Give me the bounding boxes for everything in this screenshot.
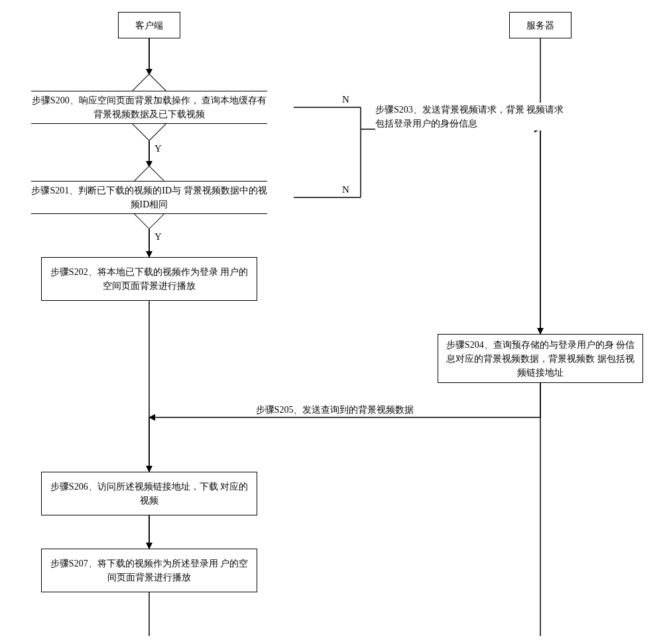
lane-header-server: 服务器 — [509, 12, 572, 38]
process-s204: 步骤S204、查询预存储的与登录用户的身 份信息对应的背景视频数据，背景视频数 … — [438, 334, 643, 383]
process-s202: 步骤S202、将本地已下载的视频作为登录 用户的空间页面背景进行播放 — [41, 257, 257, 301]
branch-s201-no: N — [342, 184, 349, 195]
process-s206: 步骤S206、访问所述视频链接地址，下载 对应的视频 — [41, 472, 257, 515]
message-s205: 步骤S205、发送查询到的背景视频数据 — [232, 403, 438, 417]
decision-s200-text: 步骤S200、响应空间页面背景加载操作， 查询本地缓存有背景视频数据及已下载视频 — [5, 93, 294, 121]
decision-s201-text: 步骤S201、判断已下载的视频的ID与 背景视频数据中的视频ID相同 — [5, 184, 294, 211]
branch-s200-yes: Y — [154, 143, 162, 154]
flowchart-canvas: 客户端 服务器 步骤S200、响应空间页面背景加载操作， 查询本地缓存有背景视频… — [0, 0, 663, 644]
branch-s201-yes: Y — [154, 231, 162, 242]
decision-s200: 步骤S200、响应空间页面背景加载操作， 查询本地缓存有背景视频数据及已下载视频 — [5, 75, 294, 140]
lane-header-client: 客户端 — [118, 12, 180, 38]
message-s203: 步骤S203、发送背景视频请求，背景 视频请求包括登录用户的身份信息 — [375, 103, 568, 131]
decision-s201: 步骤S201、判断已下载的视频的ID与 背景视频数据中的视频ID相同 — [5, 167, 294, 228]
process-s207: 步骤S207、将下载的视频作为所述登录用 户的空间页面背景进行播放 — [41, 549, 257, 592]
branch-s200-no: N — [342, 94, 349, 105]
